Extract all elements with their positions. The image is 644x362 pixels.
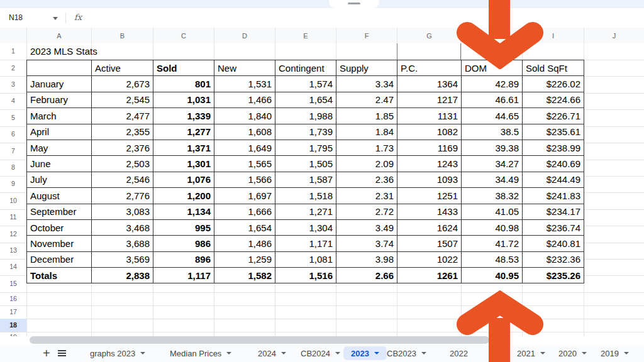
column-header-d[interactable]: D: [214, 28, 275, 43]
cell[interactable]: $226.71: [523, 108, 584, 124]
cell[interactable]: 3,569: [92, 251, 153, 267]
cell[interactable]: $226.02: [523, 76, 584, 92]
cell[interactable]: 1,516: [275, 268, 336, 283]
cell[interactable]: $235.26: [523, 268, 584, 283]
month-cell[interactable]: June: [27, 156, 92, 172]
cell[interactable]: 2,545: [92, 92, 153, 107]
month-cell[interactable]: July: [27, 172, 92, 187]
row-header-12[interactable]: 12: [0, 230, 26, 238]
horizontal-scrollbar-thumb[interactable]: [30, 336, 489, 344]
cell[interactable]: 1,031: [153, 92, 214, 107]
month-cell[interactable]: November: [27, 236, 92, 251]
month-cell[interactable]: February: [27, 92, 92, 107]
cell[interactable]: 1,795: [275, 140, 336, 155]
cell[interactable]: 1.85: [336, 108, 397, 124]
cell[interactable]: 42.89: [462, 76, 523, 92]
cell[interactable]: 1,171: [275, 236, 336, 251]
cell[interactable]: 2,477: [92, 108, 153, 124]
month-cell[interactable]: January: [27, 76, 92, 92]
cell[interactable]: 40.98: [462, 219, 523, 235]
row-header-18[interactable]: 18: [0, 321, 26, 329]
cell[interactable]: 986: [153, 236, 214, 251]
cell[interactable]: 1,988: [275, 108, 336, 124]
header-cell[interactable]: Sold: [153, 60, 214, 76]
chevron-down-icon[interactable]: [53, 17, 58, 20]
cell[interactable]: 1,371: [153, 140, 214, 155]
cell[interactable]: 2,376: [92, 140, 153, 155]
column-header-e[interactable]: E: [275, 28, 336, 43]
row-header-11[interactable]: 11: [0, 213, 26, 221]
cell[interactable]: 1433: [397, 204, 462, 219]
cell[interactable]: 1251: [397, 188, 462, 204]
cell[interactable]: $240.81: [523, 236, 584, 251]
header-cell[interactable]: P.C.: [397, 60, 462, 76]
cell[interactable]: 3,468: [92, 219, 153, 235]
cell[interactable]: 1,301: [153, 156, 214, 172]
fx-icon[interactable]: fx: [74, 13, 82, 22]
cell[interactable]: 3.98: [336, 251, 397, 267]
cell[interactable]: 1093: [397, 172, 462, 187]
cell[interactable]: 1,259: [214, 251, 275, 267]
header-cell[interactable]: DOM: [462, 60, 523, 76]
column-header-f[interactable]: F: [336, 28, 397, 43]
cell-a1[interactable]: 2023 MLS Stats: [30, 46, 97, 60]
sheet-tab-2022[interactable]: 2022: [450, 346, 468, 360]
cell[interactable]: 1,587: [275, 172, 336, 187]
column-header-h[interactable]: H: [461, 28, 522, 43]
cell[interactable]: 1,531: [214, 76, 275, 92]
cell[interactable]: 2.31: [336, 188, 397, 204]
cell[interactable]: 2.47: [336, 92, 397, 107]
cell[interactable]: 34.49: [462, 172, 523, 187]
cell[interactable]: 1,076: [153, 172, 214, 187]
cell[interactable]: 2.09: [336, 156, 397, 172]
select-all-corner[interactable]: [0, 28, 27, 43]
cell[interactable]: $244.49: [523, 172, 584, 187]
cell[interactable]: 1,271: [275, 204, 336, 219]
cell[interactable]: $234.17: [523, 204, 584, 219]
cell[interactable]: 2,355: [92, 124, 153, 140]
cell[interactable]: 1507: [397, 236, 462, 251]
row-header-5[interactable]: 5: [0, 114, 26, 121]
cell[interactable]: 38.32: [462, 188, 523, 204]
cell[interactable]: $238.99: [523, 140, 584, 155]
add-sheet-button[interactable]: +: [43, 346, 50, 361]
cell[interactable]: 2.36: [336, 172, 397, 187]
sheet-tab-2021[interactable]: 2021: [517, 346, 545, 360]
cell[interactable]: 2,546: [92, 172, 153, 187]
month-cell[interactable]: April: [27, 124, 92, 140]
name-box[interactable]: N18: [9, 13, 23, 22]
row-header-3[interactable]: 3: [0, 80, 26, 88]
row-header-16[interactable]: 16: [0, 295, 26, 302]
header-cell[interactable]: [27, 60, 92, 76]
cell[interactable]: $240.69: [523, 156, 584, 172]
cell[interactable]: $224.66: [523, 92, 584, 107]
row-header-7[interactable]: 7: [0, 147, 26, 155]
cell[interactable]: 41.72: [462, 236, 523, 251]
row-header-2[interactable]: 2: [0, 64, 26, 72]
sheet-tab-2019[interactable]: 2019: [601, 346, 629, 360]
row-header-13[interactable]: 13: [0, 246, 26, 254]
sheet-tab-cb2024[interactable]: CB2024: [301, 346, 340, 360]
cell[interactable]: 1261: [397, 268, 462, 283]
cell[interactable]: 1,117: [153, 268, 214, 283]
cell[interactable]: 1,566: [214, 172, 275, 187]
header-cell[interactable]: New: [214, 60, 275, 76]
cell[interactable]: 39.38: [462, 140, 523, 155]
cell[interactable]: 48.53: [462, 251, 523, 267]
cell[interactable]: 1,565: [214, 156, 275, 172]
row-header-15[interactable]: 15: [0, 280, 26, 287]
month-cell[interactable]: December: [27, 251, 92, 267]
cell[interactable]: 1,840: [214, 108, 275, 124]
cell[interactable]: 1,486: [214, 236, 275, 251]
cell[interactable]: 1,574: [275, 76, 336, 92]
cell[interactable]: 38.5: [462, 124, 523, 140]
cell[interactable]: 1,277: [153, 124, 214, 140]
row-header-1[interactable]: 1: [0, 47, 26, 55]
cell[interactable]: 1,466: [214, 92, 275, 107]
column-header-j[interactable]: J: [584, 28, 644, 43]
sheet-tab-cb2023[interactable]: CB2023: [387, 346, 426, 360]
cell[interactable]: 1131: [397, 108, 462, 124]
cell[interactable]: $241.83: [523, 188, 584, 204]
cell[interactable]: 2,673: [92, 76, 153, 92]
cell[interactable]: 3.74: [336, 236, 397, 251]
